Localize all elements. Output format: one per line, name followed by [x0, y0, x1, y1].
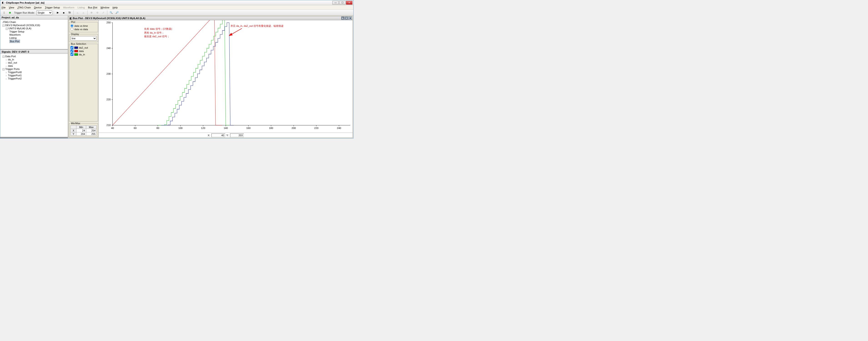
tree-device[interactable]: -DEV:0 MyDevice0 (XC6SLX16) — [2, 24, 66, 27]
open-icon[interactable]: ▯ — [2, 10, 7, 15]
search-fwd-icon[interactable]: 🔎 — [115, 10, 120, 15]
project-tree[interactable]: JTAG Chain -DEV:0 MyDevice0 (XC6SLX16) -… — [0, 20, 68, 49]
busplot-icon: ◧ — [69, 17, 72, 20]
x-min-cell[interactable]: 24 — [76, 129, 86, 132]
tree-trigger-ports[interactable]: -Trigger Ports — [2, 67, 66, 71]
y-row-label: Y — [71, 132, 76, 136]
tree-waveform[interactable]: Waveform — [2, 33, 66, 36]
x-max-cell[interactable]: 254 — [86, 129, 96, 132]
plot-canvas[interactable]: 210220230240250 406080100120140160180200… — [99, 20, 352, 133]
radio-data-vs-data[interactable]: data vs data — [70, 28, 97, 31]
expand-icon[interactable]: - — [2, 25, 4, 27]
svg-text:240: 240 — [337, 127, 341, 129]
signal-data[interactable]: data — [2, 64, 66, 67]
menu-busplot[interactable]: Bus Plot — [88, 6, 97, 9]
signal-da2-out[interactable]: da2_out — [2, 61, 66, 64]
svg-text:180: 180 — [269, 127, 273, 129]
zoom-fit-icon[interactable]: ⤢ — [101, 10, 106, 15]
trigger-run-mode-label: Trigger Run Mode: — [14, 11, 35, 14]
menu-file[interactable]: File — [2, 6, 6, 9]
run-icon[interactable]: ◉ — [7, 10, 12, 15]
tree-trigger-setup[interactable]: Trigger Setup — [2, 30, 66, 33]
right-column: ◧ Bus Plot - DEV:0 MyDevice0 (XC6SLX16) … — [68, 16, 353, 138]
tree-busplot[interactable]: Bus Plot — [2, 39, 66, 43]
minimize-button[interactable]: — — [332, 1, 339, 4]
maximize-button[interactable]: ☐ — [339, 1, 346, 4]
minmax-group: Min/Max MinMax X24254 Y204255 — [69, 122, 98, 137]
tree-data-port[interactable]: -Data Port — [2, 55, 66, 58]
search-back-icon[interactable]: 🔍 — [109, 10, 114, 15]
busplot-body: Plot data vs time data vs data Display l… — [68, 20, 353, 138]
menu-window[interactable]: Window — [100, 6, 110, 9]
svg-text:160: 160 — [246, 127, 251, 129]
svg-line-34 — [229, 28, 242, 36]
y-min-cell[interactable]: 204 — [76, 132, 86, 136]
cursor-x-value[interactable] — [211, 134, 225, 137]
control-column: Plot data vs time data vs data Display l… — [69, 20, 99, 138]
content: Project: ad_da JTAG Chain -DEV:0 MyDevic… — [0, 16, 353, 138]
svg-text:80: 80 — [156, 127, 159, 129]
zoom-out-icon[interactable]: ⊖ — [95, 10, 100, 15]
menu-view[interactable]: View — [9, 6, 14, 9]
cursor-y-label: Y: — [226, 134, 229, 137]
stop-icon[interactable]: ■ — [61, 10, 66, 15]
display-group: Display line — [69, 33, 98, 42]
menu-listing[interactable]: Listing — [78, 6, 85, 9]
svg-text:220: 220 — [314, 127, 318, 129]
tree-listing[interactable]: Listing — [2, 36, 66, 39]
display-select[interactable]: line — [70, 36, 97, 41]
plot-footer: X: Y: — [99, 133, 352, 138]
bus-selection-group: Bus Selection da2_out data da_in — [69, 42, 98, 122]
trigger-port-2[interactable]: TriggerPort2 — [2, 77, 66, 80]
tool-a-icon[interactable]: ⎌ — [75, 10, 80, 15]
expand-icon[interactable]: - — [6, 28, 8, 30]
play-icon[interactable]: ▶ — [55, 10, 60, 15]
svg-text:100: 100 — [178, 127, 183, 129]
inner-close-icon[interactable]: ✕ — [348, 16, 352, 20]
plot-group: Plot data vs time data vs data — [69, 21, 98, 32]
plot-svg: 210220230240250 406080100120140160180200… — [99, 20, 352, 133]
annotation-left: 先有 data 信号；(计数器) 再有 da_in 信号； 最后是 da2_ou… — [144, 27, 172, 38]
arrow-icon — [228, 28, 244, 37]
cursor-x-label: X: — [208, 134, 210, 137]
zoom-in-icon[interactable]: ⊕ — [89, 10, 94, 15]
signal-da-in[interactable]: da_in — [2, 58, 66, 61]
trigger-run-mode-select[interactable]: Single — [36, 10, 52, 15]
menu-help[interactable]: Help — [113, 6, 118, 9]
display-group-label: Display — [70, 33, 80, 35]
menu-trigger[interactable]: Trigger Setup — [45, 6, 60, 9]
menu-jtag[interactable]: JTAG Chain — [17, 6, 31, 9]
trigger-port-1[interactable]: TriggerPort1 — [2, 74, 66, 77]
bus-da-in[interactable]: da_in — [70, 53, 97, 56]
bus-data[interactable]: data — [70, 49, 97, 53]
tool-b-icon[interactable]: ⎌ — [81, 10, 86, 15]
signals-tree[interactable]: -Data Port da_in da2_out data -Trigger P… — [0, 54, 68, 137]
expand-icon[interactable]: - — [2, 68, 4, 70]
bus-selection-label: Bus Selection — [70, 42, 87, 45]
svg-text:250: 250 — [106, 21, 111, 24]
titlebar[interactable]: ◧ ChipScope Pro Analyzer [ad_da] — ☐ ✕ — [0, 0, 353, 5]
cursor-y-value[interactable] — [230, 134, 244, 137]
bus-da2-out[interactable]: da2_out — [70, 46, 97, 49]
close-button[interactable]: ✕ — [346, 1, 352, 4]
menu-device[interactable]: Device — [34, 6, 42, 9]
expand-icon[interactable]: - — [2, 56, 4, 58]
busplot-title: Bus Plot - DEV:0 MyDevice0 (XC6SLX16) UN… — [73, 17, 341, 20]
inner-restore-icon[interactable]: ❐ — [341, 16, 344, 20]
plot-area: 210220230240250 406080100120140160180200… — [99, 20, 352, 138]
tree-jtag-chain[interactable]: JTAG Chain — [2, 21, 66, 24]
menu-waveform[interactable]: Waveform — [63, 6, 74, 9]
left-column: Project: ad_da JTAG Chain -DEV:0 MyDevic… — [0, 16, 68, 138]
trigger-now-icon[interactable]: T! — [67, 10, 72, 15]
x-row-label: X — [71, 129, 76, 132]
minmax-label: Min/Max — [70, 122, 81, 125]
tree-unit[interactable]: -UNIT:0 MyILA0 (ILA) — [2, 27, 66, 30]
svg-text:140: 140 — [224, 127, 228, 129]
busplot-titlebar[interactable]: ◧ Bus Plot - DEV:0 MyDevice0 (XC6SLX16) … — [68, 16, 353, 20]
radio-data-vs-time[interactable]: data vs time — [70, 24, 97, 28]
y-max-cell[interactable]: 255 — [86, 132, 96, 136]
window-title: ChipScope Pro Analyzer [ad_da] — [6, 1, 332, 4]
inner-max-icon[interactable]: ☐ — [345, 16, 348, 20]
svg-text:40: 40 — [111, 127, 114, 129]
trigger-port-0[interactable]: TriggerPort0 — [2, 71, 66, 74]
